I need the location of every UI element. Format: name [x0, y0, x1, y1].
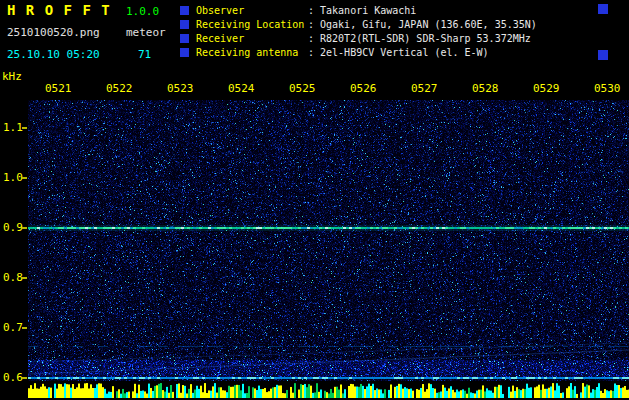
spectrogram-canvas — [28, 100, 629, 381]
y-tick-label: 0.8 — [3, 271, 23, 284]
x-tick-label: 0528 — [472, 82, 499, 95]
x-tick-label: 0529 — [533, 82, 560, 95]
y-tick-mark — [22, 227, 27, 229]
y-tick-mark — [22, 127, 27, 129]
x-tick-label: 0522 — [106, 82, 133, 95]
x-tick-label: 0526 — [350, 82, 377, 95]
x-tick-label: 0521 — [45, 82, 72, 95]
y-tick-mark — [22, 377, 27, 379]
hrofft-output-screen: H R O F F T 1.0.0 2510100520.png meteor … — [0, 0, 629, 400]
y-tick-label: 1.1 — [3, 121, 23, 134]
y-tick-label: 1.0 — [3, 171, 23, 184]
y-tick-label: 0.7 — [3, 321, 23, 334]
x-tick-label: 0530 — [594, 82, 621, 95]
x-tick-label: 0525 — [289, 82, 316, 95]
y-tick-mark — [22, 277, 27, 279]
y-tick-label: 0.9 — [3, 221, 23, 234]
y-tick-mark — [22, 177, 27, 179]
y-tick-mark — [22, 327, 27, 329]
x-tick-label: 0527 — [411, 82, 438, 95]
y-tick-label: 0.6 — [3, 371, 23, 384]
signal-level-strip — [28, 383, 629, 398]
x-tick-label: 0524 — [228, 82, 255, 95]
x-tick-label: 0523 — [167, 82, 194, 95]
